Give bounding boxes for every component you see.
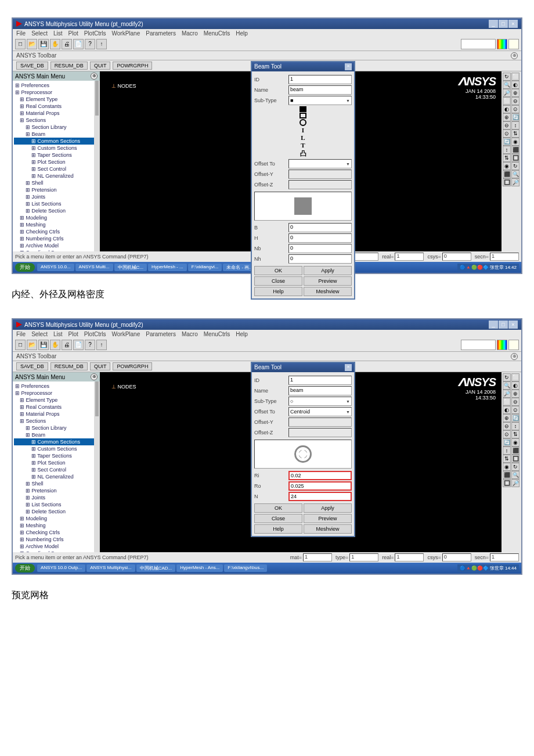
- tree-item[interactable]: ⊞ Taper Sections: [14, 452, 99, 459]
- flag-icon[interactable]: [508, 39, 519, 49]
- name-input[interactable]: beam: [288, 386, 352, 395]
- view-tool-icon[interactable]: ⊕: [503, 113, 511, 121]
- tree-item[interactable]: ⊞ Custom Sections: [14, 145, 99, 152]
- menu-select[interactable]: Select: [31, 331, 48, 337]
- tree-item[interactable]: ⊞ NL Generalized: [14, 172, 99, 179]
- quick-quit[interactable]: QUIT: [90, 62, 111, 70]
- tree-item[interactable]: ⊞ Real Constants: [14, 103, 99, 110]
- tree-item[interactable]: ⊞ Pretension: [14, 487, 99, 494]
- view-tool-icon[interactable]: ⊖: [503, 121, 511, 129]
- view-tool-icon[interactable]: 🔍: [511, 471, 519, 479]
- pan-icon[interactable]: ✋: [50, 340, 60, 350]
- id-input[interactable]: 1: [288, 376, 352, 385]
- tree-item[interactable]: ⊞ Delete Section: [14, 508, 99, 515]
- tree-item[interactable]: ⊞ Shell: [14, 179, 99, 186]
- tree-item[interactable]: ⊞ Section Library: [14, 424, 99, 431]
- view-tool-icon[interactable]: ◉: [511, 138, 519, 146]
- tree-item[interactable]: ⊞ Common Sections: [14, 138, 99, 145]
- view-tool-icon[interactable]: 🔎: [503, 89, 511, 97]
- minimize-button[interactable]: _: [489, 20, 498, 28]
- dialog-close-button[interactable]: ×: [345, 364, 352, 371]
- tree-item[interactable]: ⊞ Modeling: [14, 214, 99, 221]
- view-tool-icon[interactable]: ↕: [503, 447, 511, 455]
- apply-button[interactable]: Apply: [304, 266, 352, 275]
- taskbar-item[interactable]: F:\xkliangvi...: [188, 264, 222, 271]
- open-icon[interactable]: 📂: [27, 39, 37, 49]
- view-tool-icon[interactable]: ⊙: [503, 430, 511, 438]
- tree-item[interactable]: ⊞ Archive Model: [14, 242, 99, 249]
- help-button[interactable]: Help: [254, 287, 302, 296]
- tree-item[interactable]: ⊞ Preprocessor: [14, 390, 99, 397]
- view-tool-icon[interactable]: ⇅: [503, 154, 511, 162]
- menu-file[interactable]: File: [16, 331, 26, 337]
- tree-item[interactable]: ⊞ Element Type: [14, 96, 99, 103]
- menu-macro[interactable]: Macro: [182, 30, 198, 37]
- shape-hat-icon[interactable]: 凸: [300, 149, 306, 158]
- view-tool-icon[interactable]: ⊕: [503, 414, 511, 422]
- view-tool-icon[interactable]: ↻: [511, 162, 519, 170]
- tree-item[interactable]: ⊞ Preferences: [14, 82, 99, 89]
- pan-icon[interactable]: ✋: [50, 39, 60, 49]
- shape-rect-hollow-icon[interactable]: [300, 113, 306, 118]
- preview-button[interactable]: Preview: [304, 514, 352, 523]
- quick-save_db[interactable]: SAVE_DB: [16, 362, 48, 370]
- taskbar-item[interactable]: 中国机械CAD...: [136, 564, 176, 572]
- flag-icon[interactable]: [508, 340, 519, 350]
- menu-plotctrls[interactable]: PlotCtrls: [84, 331, 106, 337]
- taskbar-item[interactable]: F:\xkliangvi\bus...: [224, 564, 267, 572]
- h-input[interactable]: 0: [288, 233, 352, 243]
- view-tool-icon[interactable]: 🔄: [503, 438, 511, 447]
- close-button[interactable]: ×: [508, 20, 518, 28]
- shape-circle-icon[interactable]: [300, 119, 306, 126]
- menu-parameters[interactable]: Parameters: [146, 30, 176, 37]
- toolbar-expand-icon[interactable]: ⊕: [511, 353, 518, 360]
- tree-item[interactable]: ⊞ Beam: [14, 431, 99, 438]
- taskbar-item[interactable]: ANSYS Multiphysi...: [86, 564, 135, 572]
- tree-item[interactable]: ⊞ Custom Sections: [14, 445, 99, 452]
- view-tool-icon[interactable]: 🔍: [511, 170, 519, 178]
- taskbar-item[interactable]: ANSYS Multi...: [75, 264, 113, 271]
- tree-item[interactable]: ⊞ Plot Section: [14, 159, 99, 165]
- view-tool-icon[interactable]: 🔎: [511, 479, 519, 487]
- ok-button[interactable]: OK: [254, 503, 302, 513]
- shape-i-icon[interactable]: I: [302, 127, 304, 134]
- tree-item[interactable]: ⊞ Coupling / Ceqn: [14, 249, 99, 251]
- menu-list[interactable]: List: [53, 331, 63, 337]
- view-tool-icon[interactable]: 🔄: [503, 138, 511, 146]
- report-icon[interactable]: 📄: [73, 340, 84, 350]
- tree-item[interactable]: ⊞ Pretension: [14, 186, 99, 193]
- view-tool-icon[interactable]: 🔲: [511, 455, 519, 463]
- view-select[interactable]: [461, 340, 496, 350]
- quick-powrgrph[interactable]: POWRGRPH: [113, 62, 152, 70]
- tree-item[interactable]: ⊞ Modeling: [14, 515, 99, 522]
- menu-menuctrls[interactable]: MenuCtrls: [204, 30, 230, 37]
- save-icon[interactable]: 💾: [38, 39, 49, 49]
- shape-t-icon[interactable]: T: [301, 142, 305, 149]
- menu-help[interactable]: Help: [236, 331, 248, 337]
- raise-icon[interactable]: ↑: [96, 39, 107, 49]
- view-tool-icon[interactable]: ⬛: [503, 170, 511, 178]
- print-icon[interactable]: 🖨: [62, 340, 72, 350]
- taskbar-item[interactable]: HyperMesh - Ans...: [176, 564, 223, 572]
- quick-quit[interactable]: QUIT: [90, 362, 111, 370]
- ro-input[interactable]: 0.025: [288, 481, 352, 491]
- view-tool-icon[interactable]: ⬜: [511, 73, 519, 81]
- subtype-select[interactable]: ■▼: [288, 96, 352, 105]
- quick-powrgrph[interactable]: POWRGRPH: [113, 362, 152, 370]
- shape-rect-solid-icon[interactable]: [300, 106, 306, 112]
- menu-plot[interactable]: Plot: [68, 30, 78, 37]
- view-tool-icon[interactable]: 🔄: [511, 414, 519, 422]
- maximize-button[interactable]: □: [499, 321, 508, 329]
- menu-plot[interactable]: Plot: [68, 331, 78, 337]
- view-tool-icon[interactable]: ◐: [503, 406, 511, 414]
- nh-input[interactable]: 0: [288, 254, 352, 264]
- new-icon[interactable]: □: [15, 39, 26, 49]
- tree-item[interactable]: ⊞ Preferences: [14, 383, 99, 390]
- view-tool-icon[interactable]: ⊖: [511, 398, 519, 406]
- view-tool-icon[interactable]: ⬜: [503, 97, 511, 105]
- tree-item[interactable]: ⊞ NL Generalized: [14, 473, 99, 480]
- name-input[interactable]: beam: [288, 85, 352, 95]
- view-tool-icon[interactable]: 🔲: [503, 479, 511, 487]
- tree-item[interactable]: ⊞ Numbering Ctrls: [14, 235, 99, 242]
- view-tool-icon[interactable]: ↕: [511, 422, 519, 430]
